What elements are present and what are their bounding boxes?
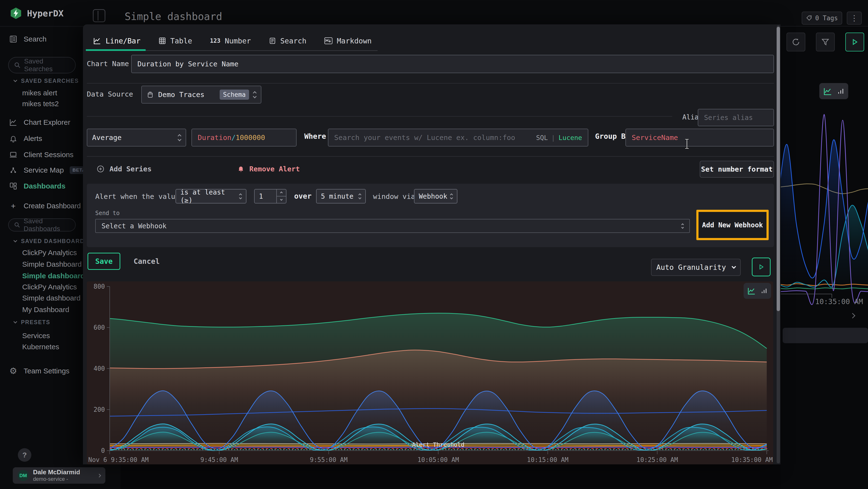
preview-chart-tile: 0200400600800Nov 6 9:35:00 AM9:45:00 AM9…: [87, 282, 773, 464]
stepper-buttons[interactable]: [276, 190, 286, 203]
sidebar-item-client-sessions[interactable]: Client Sessions: [9, 148, 73, 162]
tab-number[interactable]: 123 Number: [210, 37, 251, 45]
dashboard-list-item[interactable]: My Dashboard: [22, 304, 69, 316]
filter-button[interactable]: [816, 33, 835, 51]
tab-line-bar[interactable]: Line/Bar: [93, 37, 141, 45]
tags-label: 0 Tags: [815, 15, 838, 22]
group-by-input[interactable]: ServiceName: [625, 128, 774, 146]
save-button[interactable]: Save: [88, 253, 120, 270]
bar-chart-icon: [837, 87, 844, 95]
saved-search-item[interactable]: mikes tets2: [22, 97, 59, 110]
data-source-label: Data Source: [87, 90, 133, 98]
tab-markdown[interactable]: Markdown: [324, 37, 372, 45]
alert-config-panel: Alert when the value is at least (≥) 1 o…: [87, 184, 774, 247]
kebab-menu-icon: ⋮: [850, 13, 858, 23]
select-chevrons-icon: [359, 194, 361, 199]
chevron-right-icon: [97, 473, 101, 478]
alert-prefix: Alert when the value: [95, 192, 179, 201]
preset-item[interactable]: Services: [22, 329, 50, 342]
schema-badge: Schema: [220, 90, 249, 100]
select-chevrons-icon: [451, 194, 453, 199]
saved-dashboards-header[interactable]: SAVED DASHBOARDS: [14, 237, 89, 246]
plus-icon: +: [9, 201, 18, 211]
refresh-icon: [792, 38, 800, 46]
alert-window-select[interactable]: 5 minute: [316, 189, 366, 203]
bell-icon: [9, 135, 18, 142]
granularity-select[interactable]: Auto Granularity: [651, 259, 741, 276]
data-source-select[interactable]: Demo Traces Schema: [141, 86, 261, 104]
expression-operator: /: [231, 134, 236, 142]
preview-chart-type-toggle[interactable]: [744, 283, 771, 299]
dashboard-list-item[interactable]: ClickPy Analytics: [22, 281, 77, 293]
alert-condition-select[interactable]: is at least (≥): [176, 189, 246, 203]
webhook-select[interactable]: Select a Webhook: [95, 219, 690, 233]
expression-field: Duration: [198, 134, 231, 142]
dashboards-grid-icon: [9, 182, 18, 190]
alert-channel-select[interactable]: Webhook: [414, 189, 457, 203]
sidebar-collapse-button[interactable]: [93, 9, 105, 22]
sidebar-item-team-settings[interactable]: ⚙ Team Settings: [9, 364, 69, 378]
divider: [87, 83, 774, 84]
x-tick-label: 10:15:00 AM: [527, 456, 568, 463]
laptop-icon: [9, 151, 18, 159]
dashboard-list-item[interactable]: Simple Dashboard: [22, 258, 82, 270]
tags-button[interactable]: 0 Tags: [802, 11, 842, 25]
help-button[interactable]: ?: [18, 448, 31, 462]
chart-line-icon: [9, 118, 18, 126]
chevron-down-icon: [13, 238, 18, 242]
page-title: Simple dashboard: [125, 10, 222, 23]
alert-over-label: over: [294, 192, 311, 200]
tab-search[interactable]: Search: [269, 37, 306, 45]
presets-header[interactable]: PRESETS: [14, 318, 50, 326]
remove-alert-button[interactable]: Remove Alert: [237, 162, 300, 176]
chart-name-input[interactable]: Duration by Service Name: [131, 55, 774, 73]
sidebar-item-service-map[interactable]: Service Map BETA: [9, 163, 89, 177]
saved-searches-input[interactable]: Saved Searches: [8, 57, 76, 74]
background-panel-strip: [783, 328, 868, 343]
add-series-button[interactable]: Add Series: [96, 162, 152, 176]
divider: [87, 116, 672, 117]
x-tick-label: 10:05:00 AM: [417, 456, 459, 463]
markdown-icon: [324, 37, 333, 45]
bar-chart-icon: [761, 287, 768, 294]
saved-searches-header[interactable]: SAVED SEARCHES: [14, 77, 79, 85]
expression-input[interactable]: Duration/1000000: [191, 128, 297, 146]
set-number-format-button[interactable]: Set number format: [700, 161, 774, 178]
sidebar-item-search[interactable]: Search: [9, 32, 46, 46]
y-tick-label: 200: [94, 406, 105, 413]
cancel-button[interactable]: Cancel: [133, 253, 160, 270]
create-dashboard-button[interactable]: + Create Dashboard: [9, 199, 81, 213]
where-search-input[interactable]: Search your events w/ Lucene ex. column:…: [328, 128, 588, 146]
modal-scrollbar-thumb[interactable]: [777, 27, 780, 311]
table-icon: [158, 37, 166, 45]
preset-item[interactable]: Kubernetes: [22, 341, 59, 353]
sidebar-item-alerts[interactable]: Alerts: [9, 132, 42, 146]
y-tick-label: 400: [94, 365, 105, 372]
run-preview-button[interactable]: [752, 258, 771, 276]
dashboard-list-item[interactable]: ClickPy Analytics: [22, 247, 77, 259]
line-chart-icon: [93, 37, 101, 45]
sql-mode-link[interactable]: SQL: [536, 134, 548, 141]
aggregation-select[interactable]: Average: [87, 128, 186, 146]
dashboard-list-item[interactable]: Simple dashboard: [22, 292, 81, 304]
modal-scrollbar-track[interactable]: [777, 25, 780, 463]
alert-threshold-stepper[interactable]: 1: [254, 189, 286, 203]
chart-type-toggle[interactable]: [819, 83, 848, 99]
lucene-mode-link[interactable]: Lucene: [558, 134, 582, 141]
group-by-label: Group By: [595, 132, 630, 141]
alias-input[interactable]: Series alias: [698, 109, 774, 126]
log-search-icon: [9, 35, 18, 43]
add-new-webhook-button[interactable]: Add New Webhook: [702, 221, 763, 229]
more-options-button[interactable]: ⋮: [847, 11, 862, 25]
refresh-button[interactable]: [786, 33, 805, 51]
user-card[interactable]: DM Dale McDiarmid demo-service -: [13, 467, 105, 484]
tab-table[interactable]: Table: [158, 37, 192, 45]
dashboard-list-item-active[interactable]: Simple dashboard: [22, 269, 85, 282]
database-icon: [147, 91, 154, 98]
run-query-button[interactable]: [845, 33, 864, 51]
sidebar-item-dashboards[interactable]: Dashboards: [9, 179, 65, 193]
saved-dashboards-input[interactable]: Saved Dashboards: [8, 219, 76, 231]
search-icon: [14, 222, 20, 228]
brand[interactable]: HyperDX: [10, 7, 64, 20]
sidebar-item-chart-explorer[interactable]: Chart Explorer: [9, 115, 70, 130]
